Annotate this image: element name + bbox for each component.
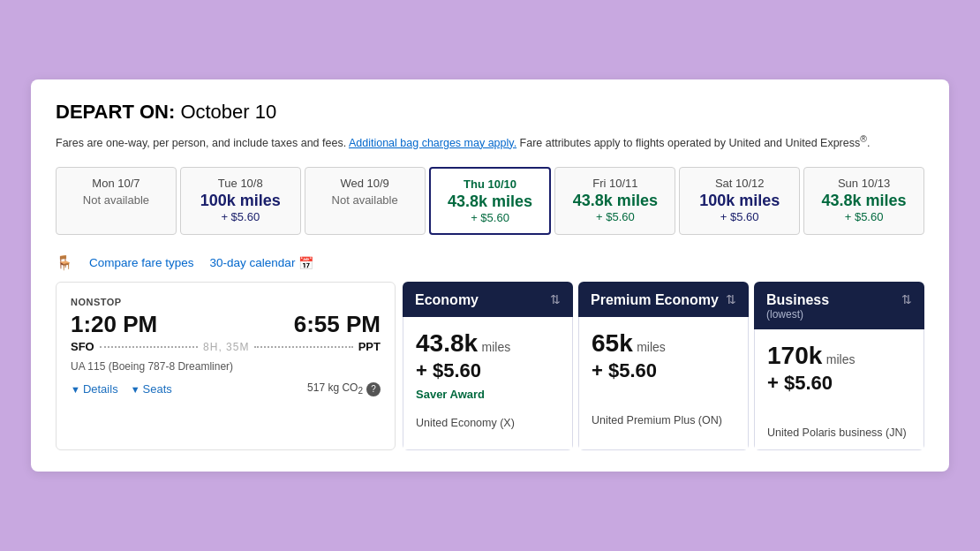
premium-cabin: United Premium Plus (ON) [592,382,735,426]
dest-airport: PPT [358,340,381,353]
origin-airport: SFO [71,340,94,353]
depart-title: DEPART ON: October 10 [56,101,924,124]
compare-fare-types-link[interactable]: Compare fare types [89,256,194,269]
date-fri[interactable]: Fri 10/11 43.8k miles + $5.60 [554,167,675,235]
economy-price: + $5.60 [416,359,560,382]
date-tue[interactable]: Tue 10/8 100k miles + $5.60 [180,167,301,235]
bag-charges-link[interactable]: Additional bag charges may apply. [349,137,516,149]
economy-miles: 43.8k [416,329,478,357]
fare-premium-body[interactable]: 65k miles + $5.60 United Premium Plus (O… [578,317,749,450]
fare-business: Business (lowest) ⇅ 170k miles + $5.60 U… [754,282,924,450]
premium-price: + $5.60 [592,359,735,382]
sort-business-icon[interactable]: ⇅ [901,292,912,306]
main-section: NONSTOP 1:20 PM 6:55 PM SFO 8H, 35M PPT … [56,282,924,450]
date-mon[interactable]: Mon 10/7 Not available [56,167,177,235]
toolbar: 🪑 Compare fare types 30-day calendar 📅 [56,254,924,271]
economy-label: Economy [415,292,479,308]
sort-economy-icon[interactable]: ⇅ [550,292,561,306]
flight-route: SFO 8H, 35M PPT [71,340,381,353]
saver-award-badge: Saver Award [416,388,560,401]
co2-info: 517 kg CO2 ? [307,381,381,396]
business-price: + $5.60 [767,372,911,395]
flight-times: 1:20 PM 6:55 PM [71,311,381,338]
flight-duration: 8H, 35M [198,341,254,353]
co2-value: 517 kg CO2 [307,381,363,396]
flight-aircraft: UA 115 (Boeing 787-8 Dreamliner) [71,360,381,373]
fare-premium-header: Premium Economy ⇅ [578,282,749,317]
fare-economy: Economy ⇅ 43.8k miles + $5.60 Saver Awar… [403,282,573,450]
premium-economy-label: Premium Economy [591,292,719,308]
fare-columns: Economy ⇅ 43.8k miles + $5.60 Saver Awar… [403,282,924,450]
fare-economy-body[interactable]: 43.8k miles + $5.60 Saver Award United E… [403,317,573,450]
business-miles: 170k [767,342,822,369]
fare-business-body[interactable]: 170k miles + $5.60 United Polaris busine… [754,329,924,450]
arrive-time: 6:55 PM [294,311,381,338]
fare-economy-header: Economy ⇅ [403,282,573,317]
business-cabin: United Polaris business (JN) [767,395,911,439]
date-thu[interactable]: Thu 10/10 43.8k miles + $5.60 [429,167,552,235]
main-card: DEPART ON: October 10 Fares are one-way,… [31,79,949,472]
flight-links: ▼ Details ▼ Seats 517 kg CO2 ? [71,381,381,396]
seat-icon: 🪑 [56,254,73,271]
help-icon[interactable]: ? [366,382,381,396]
date-wed[interactable]: Wed 10/9 Not available [305,167,426,235]
business-sub: (lowest) [766,308,829,321]
business-label: Business [766,292,829,308]
sort-premium-icon[interactable]: ⇅ [726,292,736,306]
details-link[interactable]: ▼ Details [71,382,118,396]
calendar-icon: 📅 [298,256,313,270]
fare-premium-economy: Premium Economy ⇅ 65k miles + $5.60 Unit… [578,282,749,450]
calendar-link[interactable]: 30-day calendar 📅 [210,256,314,270]
date-sun[interactable]: Sun 10/13 43.8k miles + $5.60 [803,167,924,235]
nonstop-badge: NONSTOP [71,297,381,307]
flight-panel: NONSTOP 1:20 PM 6:55 PM SFO 8H, 35M PPT … [56,282,396,450]
depart-time: 1:20 PM [71,311,157,338]
economy-cabin: United Economy (X) [416,401,560,429]
fare-notice: Fares are one-way, per person, and inclu… [56,132,924,152]
date-selector: Mon 10/7 Not available Tue 10/8 100k mil… [56,167,924,235]
seats-link[interactable]: ▼ Seats [131,382,172,396]
fare-business-header: Business (lowest) ⇅ [754,282,924,329]
depart-label: DEPART ON: [56,101,175,123]
depart-date: October 10 [180,101,276,123]
date-sat[interactable]: Sat 10/12 100k miles + $5.60 [679,167,800,235]
premium-miles: 65k [592,329,633,357]
